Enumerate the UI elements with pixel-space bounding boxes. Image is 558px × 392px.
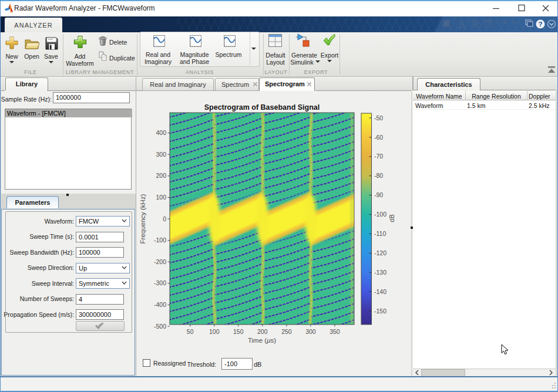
svg-text:250: 250 <box>281 328 292 335</box>
svg-text:-300: -300 <box>154 279 166 286</box>
svg-text:200: 200 <box>156 172 166 179</box>
svg-text:-50: -50 <box>374 114 383 121</box>
svg-text:-80: -80 <box>374 172 383 179</box>
svg-text:Spectrogram of Baseband Signal: Spectrogram of Baseband Signal <box>204 103 320 111</box>
svg-text:150: 150 <box>233 328 244 335</box>
svg-text:200: 200 <box>257 328 268 335</box>
svg-text:-400: -400 <box>154 301 166 308</box>
svg-text:-500: -500 <box>154 323 166 330</box>
svg-text:-90: -90 <box>374 191 383 198</box>
svg-text:50: 50 <box>187 328 194 335</box>
svg-text:?: ? <box>538 21 542 28</box>
svg-text:400: 400 <box>156 129 166 136</box>
svg-text:-60: -60 <box>374 134 383 141</box>
svg-text:-140: -140 <box>374 288 386 295</box>
svg-text:-110: -110 <box>374 230 386 237</box>
svg-text:0: 0 <box>163 215 166 222</box>
svg-text:-120: -120 <box>374 249 386 256</box>
svg-text:350: 350 <box>330 328 340 335</box>
svg-text:-200: -200 <box>154 258 166 265</box>
svg-text:-70: -70 <box>374 153 383 160</box>
svg-text:Time (μs): Time (μs) <box>248 337 276 344</box>
svg-text:100: 100 <box>209 328 220 335</box>
svg-text:-100: -100 <box>154 236 166 244</box>
svg-text:300: 300 <box>156 151 166 158</box>
svg-text:100: 100 <box>156 194 166 201</box>
svg-text:-150: -150 <box>374 307 386 315</box>
svg-text:-100: -100 <box>374 211 386 218</box>
svg-text:-130: -130 <box>374 269 386 276</box>
svg-text:dB: dB <box>388 214 395 222</box>
svg-text:Frequency (kHz): Frequency (kHz) <box>139 194 146 244</box>
svg-text:300: 300 <box>305 328 316 335</box>
